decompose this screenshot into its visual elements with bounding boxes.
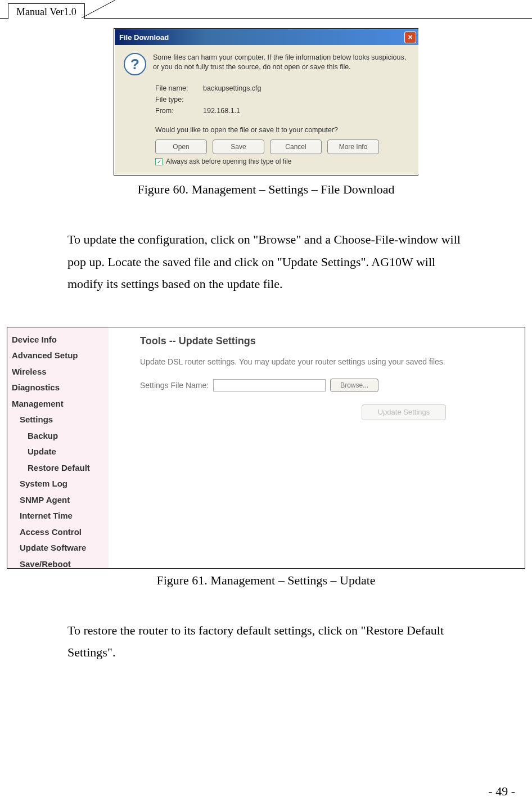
paragraph-1: To update the configuration, click on "B… xyxy=(67,228,465,295)
from-label: From: xyxy=(155,107,203,115)
always-ask-label: Always ask before opening this type of f… xyxy=(166,158,291,165)
sidebar-item-update-software[interactable]: Update Software xyxy=(12,540,104,556)
filename-value: backupsettings.cfg xyxy=(203,84,262,92)
dialog-prompt: Would you like to open the file or save … xyxy=(155,126,409,134)
sidebar-item-restore-default[interactable]: Restore Default xyxy=(12,460,104,476)
settings-filename-input[interactable] xyxy=(213,379,326,392)
from-value: 192.168.1.1 xyxy=(203,107,240,115)
dialog-warning-text: Some files can harm your computer. If th… xyxy=(153,53,409,75)
sidebar-item-diagnostics[interactable]: Diagnostics xyxy=(12,380,104,396)
sidebar-item-save-reboot[interactable]: Save/Reboot xyxy=(12,556,104,573)
dialog-title: File Download xyxy=(119,33,169,42)
sidebar-item-device-info[interactable]: Device Info xyxy=(12,332,104,348)
figure-61-caption: Figure 61. Management – Settings – Updat… xyxy=(0,573,532,588)
save-button[interactable]: Save xyxy=(213,140,264,154)
figure-60-caption: Figure 60. Management – Settings – File … xyxy=(0,182,532,197)
update-settings-button[interactable]: Update Settings xyxy=(362,404,446,420)
paragraph-2: To restore the router to its factory def… xyxy=(67,619,465,664)
open-button[interactable]: Open xyxy=(155,140,207,154)
question-icon: ? xyxy=(124,53,146,75)
header-slash xyxy=(82,0,121,18)
page-number: - 49 - xyxy=(488,784,515,799)
sidebar-item-backup[interactable]: Backup xyxy=(12,428,104,444)
always-ask-checkbox[interactable]: ✓ xyxy=(155,158,163,165)
header-tag: Manual Ver1.0 xyxy=(8,3,85,19)
sidebar-item-access-control[interactable]: Access Control xyxy=(12,524,104,541)
sidebar-item-internet-time[interactable]: Internet Time xyxy=(12,508,104,524)
sidebar-item-advanced-setup[interactable]: Advanced Setup xyxy=(12,348,104,364)
sidebar: Device Info Advanced Setup Wireless Diag… xyxy=(7,327,109,568)
tools-title: Tools -- Update Settings xyxy=(140,335,525,347)
sidebar-item-management[interactable]: Management xyxy=(12,396,104,412)
dialog-titlebar: File Download × xyxy=(115,29,418,45)
filetype-label: File type: xyxy=(155,96,203,104)
sidebar-item-update[interactable]: Update xyxy=(12,444,104,460)
svg-line-0 xyxy=(82,0,115,18)
filename-label: File name: xyxy=(155,84,203,92)
sidebar-item-snmp-agent[interactable]: SNMP Agent xyxy=(12,492,104,508)
browse-button[interactable]: Browse... xyxy=(330,379,378,392)
main-panel: Tools -- Update Settings Update DSL rout… xyxy=(109,327,525,568)
figure-60-dialog: File Download × ? Some files can harm yo… xyxy=(114,28,418,176)
settings-filename-label: Settings File Name: xyxy=(140,381,209,390)
sidebar-item-wireless[interactable]: Wireless xyxy=(12,364,104,380)
more-info-button[interactable]: More Info xyxy=(327,140,379,154)
tools-description: Update DSL router settings. You may upda… xyxy=(140,357,525,366)
sidebar-item-settings[interactable]: Settings xyxy=(12,412,104,428)
figure-61-panel: Device Info Advanced Setup Wireless Diag… xyxy=(7,327,525,569)
close-icon[interactable]: × xyxy=(404,32,416,43)
cancel-button[interactable]: Cancel xyxy=(270,140,322,154)
sidebar-item-system-log[interactable]: System Log xyxy=(12,476,104,492)
